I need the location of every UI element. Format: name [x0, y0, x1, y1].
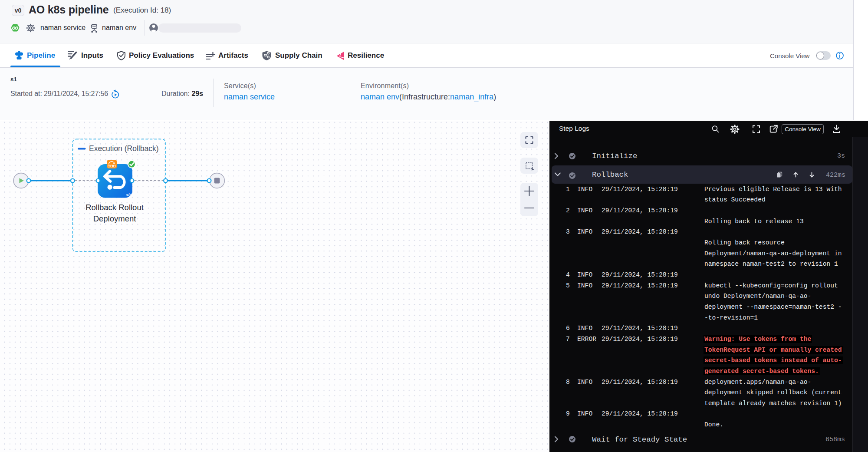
svg-text:</>: </>	[126, 192, 132, 197]
svg-text:Execution (Rollback): Execution (Rollback)	[89, 144, 158, 153]
